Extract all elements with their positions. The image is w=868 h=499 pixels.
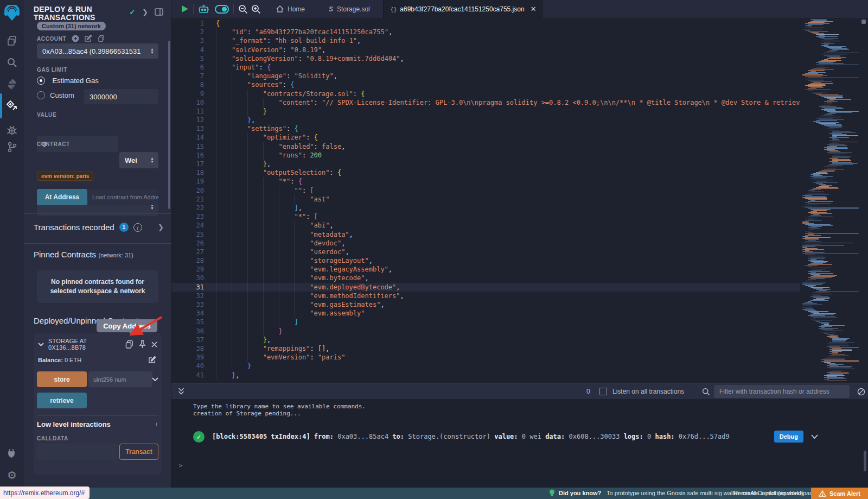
ai-copilot-robot-icon[interactable] — [198, 4, 209, 15]
tab-home-label: Home — [288, 5, 305, 13]
account-stepper-icon[interactable]: ▲▼ — [150, 48, 154, 54]
code-line: 13"settings": { — [171, 124, 800, 133]
file-explorer-icon[interactable] — [0, 31, 24, 50]
terminal-search-icon[interactable] — [702, 388, 710, 396]
scam-alert-button[interactable]: Scam Alert — [811, 488, 868, 499]
code-line: 26"devdoc", — [171, 239, 800, 248]
main-area: Home S Storage.sol { } a69b43f277ba20fca… — [171, 0, 868, 488]
editor-minimap[interactable] — [800, 18, 860, 383]
edit-balance-icon[interactable] — [149, 356, 156, 364]
status-bar: Did you know? To prototype using the Gno… — [0, 488, 868, 499]
expand-store-icon[interactable] — [152, 377, 158, 382]
terminal-output[interactable]: Type the library name to see available c… — [171, 399, 868, 488]
edit-account-icon[interactable] — [85, 35, 92, 42]
gas-estimated-option[interactable]: Estimated Gas — [37, 75, 158, 85]
radio-custom-gas[interactable] — [37, 91, 45, 99]
transact-button-label: Transact — [125, 448, 152, 456]
editor-code-lines[interactable]: 1{2"id": "a69b43f277ba20fcac141151250ca7… — [171, 19, 800, 380]
info-icon[interactable]: i — [133, 223, 142, 232]
terminal-line: Type the library name to see available c… — [193, 403, 366, 410]
expand-tx-icon[interactable] — [811, 434, 818, 439]
json-file-icon: { } — [391, 6, 397, 12]
load-contract-input[interactable]: Load contract from Addre — [88, 189, 158, 205]
remove-contract-icon[interactable] — [151, 342, 157, 348]
balance-value: 0 ETH — [65, 357, 81, 363]
network-badge: Custom (31) network — [37, 22, 106, 30]
filter-transactions-input[interactable] — [714, 385, 850, 398]
link-preview-tooltip: https://remix.ethereum.org/# — [0, 487, 90, 499]
radio-estimated-gas[interactable] — [37, 77, 45, 85]
tab-storage-sol[interactable]: S Storage.sol — [321, 0, 378, 18]
terminal-prompt[interactable]: > — [179, 462, 183, 469]
value-unit-select[interactable]: Wei ▲▼ — [119, 152, 158, 168]
git-branch-icon[interactable] — [0, 138, 24, 156]
remix-logo-icon[interactable] — [0, 3, 24, 24]
store-function-button[interactable]: store — [37, 371, 87, 387]
code-line: 18"outputSelection": { — [171, 168, 800, 177]
solidity-compiler-icon[interactable] — [0, 75, 24, 93]
transaction-count: 0 — [586, 388, 590, 395]
close-tab-icon[interactable]: ✕ — [531, 5, 537, 13]
copilot-toggle-icon[interactable] — [215, 5, 229, 14]
store-arg-input[interactable]: uint256 num — [88, 371, 152, 387]
terminal-scrollbar-thumb[interactable] — [864, 451, 866, 471]
panel-title: DEPLOY & RUN TRANSACTIONS — [34, 5, 126, 22]
unit-stepper-icon[interactable]: ▲▼ — [150, 157, 154, 163]
run-script-icon[interactable] — [181, 5, 189, 13]
calldata-input[interactable] — [37, 444, 117, 460]
code-line: 6"input": { — [171, 63, 800, 72]
collapse-contract-icon[interactable] — [38, 343, 44, 346]
deploy-run-icon[interactable] — [0, 97, 24, 115]
copilot-status[interactable]: RemixAI Copilot (enabled) — [733, 490, 803, 496]
code-line: 39"evmVersion": "paris" — [171, 353, 800, 362]
custom-gas-value: 3000000 — [90, 93, 117, 101]
no-pinned-contracts-box: No pinned contracts found forselected wo… — [37, 270, 158, 303]
custom-gas-input[interactable]: 3000000 — [84, 89, 158, 104]
pin-panel-icon[interactable] — [155, 8, 163, 16]
expand-transactions-icon[interactable]: ❯ — [158, 223, 164, 231]
debugger-icon[interactable] — [0, 121, 24, 139]
tab-json-label: a69b43f277ba20fcac141151250ca755.json — [400, 5, 524, 13]
transact-button[interactable]: Transact — [119, 444, 158, 460]
clear-console-icon[interactable] — [857, 388, 865, 396]
search-icon[interactable] — [0, 53, 24, 72]
low-level-info-icon[interactable]: i — [156, 420, 157, 428]
sidepanel-scrollbar[interactable] — [168, 41, 170, 209]
remix-ide-window: ⚙ DEPLOY & RUN TRANSACTIONS ✓ ❯ Custom (… — [0, 0, 868, 499]
copy-account-icon[interactable] — [98, 35, 105, 42]
code-line: 32"evm.methodIdentifiers", — [171, 292, 800, 300]
pin-contract-icon[interactable] — [139, 340, 146, 349]
debug-button[interactable]: Debug — [774, 431, 803, 443]
transactions-recorded-row[interactable]: Transactions recorded 1 i ❯ — [34, 223, 164, 232]
minimap-line — [821, 332, 836, 332]
panel-check-icon: ✓ — [129, 8, 136, 16]
zoom-out-icon[interactable] — [238, 4, 248, 14]
retrieve-button-label: retrieve — [50, 397, 73, 405]
code-line: 35] — [171, 318, 800, 326]
copy-address-icon[interactable] — [125, 340, 133, 349]
account-select[interactable]: 0xA03...85ac4 (0.39866531531 ▲▼ — [37, 43, 158, 59]
minimap-line — [808, 201, 833, 202]
code-line: 37}, — [171, 336, 800, 344]
plugin-manager-icon[interactable] — [0, 444, 24, 463]
listen-all-checkbox[interactable] — [599, 388, 607, 395]
tab-home[interactable]: Home — [269, 0, 312, 18]
solidity-file-icon: S — [329, 5, 333, 13]
collapse-terminal-icon[interactable] — [178, 388, 184, 395]
retrieve-function-button[interactable]: retrieve — [37, 393, 87, 408]
panel-forward-icon[interactable]: ❯ — [142, 8, 148, 16]
value-unit: Wei — [125, 156, 137, 165]
load-contract-placeholder: Load contract from Addre — [92, 194, 158, 200]
code-line: 22], — [171, 204, 800, 212]
code-editor[interactable]: 1{2"id": "a69b43f277ba20fcac141151250ca7… — [171, 18, 868, 383]
zoom-in-icon[interactable] — [251, 4, 261, 14]
at-address-button[interactable]: At Address — [37, 189, 87, 205]
add-account-icon[interactable] — [72, 35, 79, 42]
at-address-label: At Address — [45, 193, 80, 201]
estimated-gas-label: Estimated Gas — [52, 77, 98, 85]
settings-gear-icon[interactable]: ⚙ — [0, 466, 24, 484]
editor-scrollbar-thumb[interactable] — [861, 20, 866, 24]
code-line: 15"enabled": false, — [171, 142, 800, 151]
transaction-log-row[interactable]: ✓ [block:5583405 txIndex:4] from: 0xa03.… — [193, 431, 844, 443]
tab-build-info-json[interactable]: { } a69b43f277ba20fcac141151250ca755.jso… — [383, 0, 542, 18]
